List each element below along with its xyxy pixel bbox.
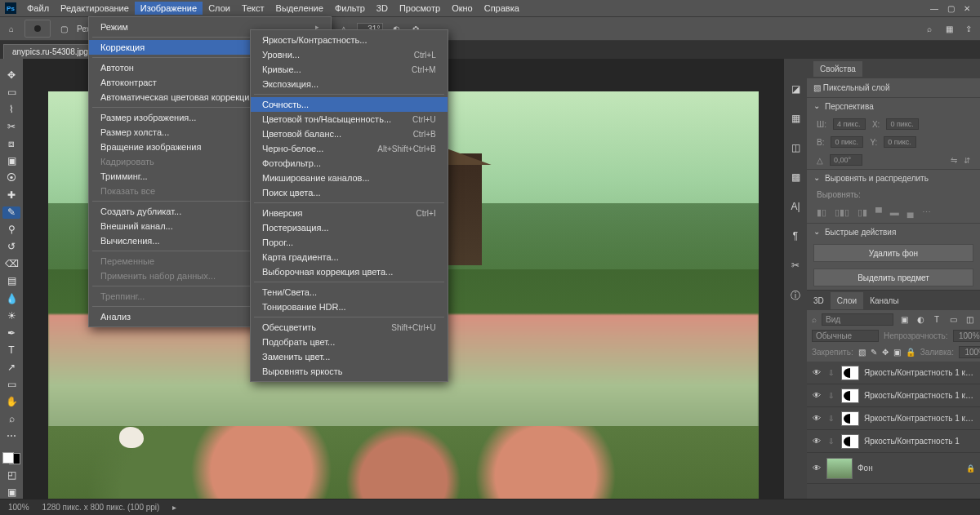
home-icon[interactable]: ⌂ xyxy=(5,22,18,35)
filter-smart-icon[interactable]: ◫ xyxy=(964,314,975,326)
share-icon[interactable]: ⇪ xyxy=(962,22,975,35)
align-section[interactable]: Выровнять и распределить xyxy=(807,169,980,187)
paragraph-panel-icon[interactable]: ¶ xyxy=(793,230,798,242)
pen-tool-icon[interactable]: ✒ xyxy=(2,326,20,339)
foreground-color[interactable] xyxy=(2,452,14,464)
menu-entry[interactable]: Карта градиента... xyxy=(251,250,448,264)
type-tool-icon[interactable]: T xyxy=(2,344,20,356)
align-hcenter-icon[interactable]: ▯▮▯ xyxy=(835,207,849,218)
filter-shape-icon[interactable]: ▭ xyxy=(947,314,959,326)
align-vcenter-icon[interactable]: ▬ xyxy=(890,207,899,218)
brush-preset-dropdown[interactable] xyxy=(24,20,51,38)
window-maximize-icon[interactable]: ▢ xyxy=(942,4,959,13)
select-subject-button[interactable]: Выделить предмет xyxy=(813,269,973,286)
layer-thumb[interactable] xyxy=(841,411,859,426)
layer-thumb[interactable] xyxy=(826,458,853,479)
filter-adj-icon[interactable]: ◐ xyxy=(915,314,926,326)
blur-tool-icon[interactable]: 💧 xyxy=(2,292,20,304)
menu-entry[interactable]: Экспозиция... xyxy=(251,77,448,91)
align-top-icon[interactable]: ▀ xyxy=(875,207,882,218)
visibility-icon[interactable]: 👁 xyxy=(812,391,822,400)
hand-tool-icon[interactable]: ✋ xyxy=(2,395,20,407)
layer-name[interactable]: Яркость/Контрастность 1 xyxy=(864,437,975,446)
menu-entry[interactable]: Тени/Света... xyxy=(251,285,448,300)
align-bottom-icon[interactable]: ▄ xyxy=(907,207,914,218)
menu-item[interactable]: Слои xyxy=(203,2,236,15)
quickmask-icon[interactable]: ◰ xyxy=(2,469,20,482)
menu-entry[interactable]: ИнверсияCtrl+I xyxy=(251,206,448,220)
more-align-icon[interactable]: ⋯ xyxy=(922,207,931,218)
menu-entry[interactable]: Сочность... xyxy=(251,97,448,112)
align-right-icon[interactable]: ▯▮ xyxy=(858,207,867,218)
visibility-icon[interactable]: 👁 xyxy=(812,414,822,423)
brush-panel-icon[interactable]: ▢ xyxy=(57,22,70,35)
frame-tool-icon[interactable]: ▣ xyxy=(2,154,20,166)
lock-pixels-icon[interactable]: ▧ xyxy=(858,347,866,358)
doc-info-arrow-icon[interactable]: ▸ xyxy=(172,503,176,512)
layer-name[interactable]: Яркость/Контрастность 1 копия xyxy=(864,414,975,423)
color-swatch[interactable] xyxy=(2,452,20,464)
brush-tool-icon[interactable]: ✎ xyxy=(2,206,20,219)
visibility-icon[interactable]: 👁 xyxy=(812,368,822,377)
zoom-level[interactable]: 100% xyxy=(8,503,29,512)
w-value[interactable]: 4 пикс. xyxy=(833,118,866,130)
menu-item[interactable]: Окно xyxy=(446,2,479,15)
path-tool-icon[interactable]: ↗ xyxy=(2,361,20,373)
screenmode-icon[interactable]: ▣ xyxy=(2,486,20,499)
menu-entry[interactable]: Уровни...Ctrl+L xyxy=(251,47,448,62)
layer-kind-select[interactable]: Вид xyxy=(822,313,893,326)
menu-item[interactable]: Файл xyxy=(21,2,55,15)
menu-entry[interactable]: Яркость/Контрастность... xyxy=(251,33,448,47)
menu-item[interactable]: 3D xyxy=(371,2,394,15)
menu-entry[interactable]: ОбесцветитьShift+Ctrl+U xyxy=(251,320,448,335)
layer-name[interactable]: Фон xyxy=(858,464,961,473)
layers-tab[interactable]: Слои xyxy=(831,292,863,309)
history-brush-tool-icon[interactable]: ↺ xyxy=(2,241,20,253)
gradient-tool-icon[interactable]: ▤ xyxy=(2,275,20,287)
move-tool-icon[interactable]: ✥ xyxy=(2,69,20,81)
layer-row[interactable]: 👁⇩Яркость/Контрастность 1 копия xyxy=(807,407,980,430)
zoom-tool-icon[interactable]: ⌕ xyxy=(2,413,20,425)
menu-entry[interactable]: Микширование каналов... xyxy=(251,171,448,185)
perspective-section[interactable]: Перспектива xyxy=(807,97,980,115)
lock-artboard-icon[interactable]: ✥ xyxy=(882,347,889,358)
filter-img-icon[interactable]: ▣ xyxy=(898,314,910,326)
layer-thumb[interactable] xyxy=(841,388,859,403)
swatches-panel-icon[interactable]: ▦ xyxy=(791,113,800,124)
dodge-tool-icon[interactable]: ☀ xyxy=(2,309,20,322)
properties-tab[interactable]: Свойства xyxy=(813,61,862,77)
window-minimize-icon[interactable]: — xyxy=(926,4,942,13)
menu-entry[interactable]: Выборочная коррекция цвета... xyxy=(251,264,448,279)
heal-tool-icon[interactable]: ✚ xyxy=(2,189,20,202)
lasso-tool-icon[interactable]: ⌇ xyxy=(2,103,20,115)
layer-row[interactable]: 👁⇩Яркость/Контрастность 1 копия 2 xyxy=(807,384,980,407)
filter-type-icon[interactable]: T xyxy=(931,314,942,326)
menu-entry[interactable]: Цветовой тон/Насыщенность...Ctrl+U xyxy=(251,112,448,127)
lock-nest-icon[interactable]: ▣ xyxy=(893,347,901,358)
menu-entry[interactable]: Кривые...Ctrl+M xyxy=(251,62,448,77)
eraser-tool-icon[interactable]: ⌫ xyxy=(2,258,20,270)
character-panel-icon[interactable]: A| xyxy=(791,201,800,212)
menu-item[interactable]: Фильтр xyxy=(329,2,371,15)
remove-bg-button[interactable]: Удалить фон xyxy=(813,244,973,262)
layer-opacity-value[interactable]: 100% xyxy=(953,330,980,342)
blend-mode-select[interactable]: Обычные xyxy=(812,330,879,342)
edit-toolbar-icon[interactable]: ⋯ xyxy=(2,430,20,442)
menu-item[interactable]: Редактирование xyxy=(55,2,135,15)
selection-tool-icon[interactable]: ✂ xyxy=(2,120,20,132)
y-value[interactable]: 0 пикс. xyxy=(884,136,916,148)
search-icon[interactable]: ⌕ xyxy=(923,22,936,35)
adjustments-panel-icon[interactable]: ✂ xyxy=(791,260,800,271)
marquee-tool-icon[interactable]: ▭ xyxy=(2,86,20,98)
menu-entry[interactable]: Выровнять яркость xyxy=(251,364,448,379)
lock-position-icon[interactable]: ✎ xyxy=(871,347,877,358)
align-left-icon[interactable]: ▮▯ xyxy=(817,207,826,218)
h-value[interactable]: 0 пикс. xyxy=(831,136,863,148)
layer-thumb[interactable] xyxy=(841,366,859,380)
color-panel-icon[interactable]: ◪ xyxy=(791,83,800,95)
layer-thumb[interactable] xyxy=(841,434,859,449)
menu-entry[interactable]: Цветовой баланс...Ctrl+B xyxy=(251,127,448,141)
stamp-tool-icon[interactable]: ⚲ xyxy=(2,224,20,236)
flip-h-icon[interactable]: ⇋ xyxy=(951,156,957,165)
angle-value[interactable]: 0,00° xyxy=(830,154,862,166)
